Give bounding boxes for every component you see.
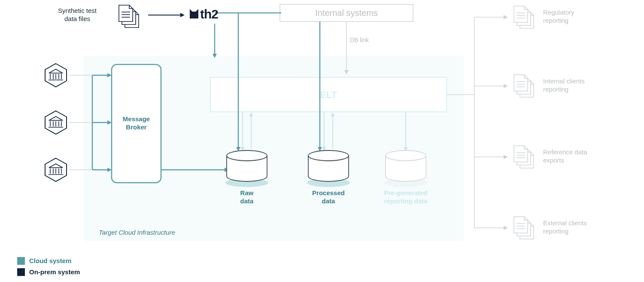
report-external-label: External clientsreporting [543,219,587,236]
report-external-icon [514,217,534,239]
report-internal-label: Internal clientsreporting [543,77,585,94]
th2-to-raw [213,24,217,58]
report-reference-label: Reference dataexports [543,148,587,165]
bank-icons [45,64,67,181]
target-cloud-label: Target Cloud Infrastructure [99,229,175,237]
synthetic-files-icon [119,5,139,28]
report-regulatory-icon [514,6,534,28]
pregen-data-label: Pre-generatedreporting data [376,189,436,205]
report-reference-icon [514,146,534,168]
internal-systems-label: Internal systems [280,8,413,18]
report-regulatory-label: Regulatoryreporting [543,9,574,25]
svg-marker-34 [180,13,185,17]
message-broker-label: MessageBroker [112,115,161,132]
svg-text:th2: th2 [200,7,218,21]
svg-point-42 [308,150,349,161]
legend-cloud-label: Cloud system [29,257,71,265]
bank-icon-1 [45,64,67,87]
report-file-icons [514,6,534,239]
raw-data-cylinder [225,150,268,187]
legend-cloud-swatch [17,257,25,265]
svg-marker-21 [504,226,508,230]
svg-point-40 [227,150,267,161]
processed-data-label: Processeddata [303,189,354,205]
diagram-canvas: th2 [0,0,644,282]
legend-onprem-label: On-prem system [29,268,80,276]
bank-icon-3 [45,158,67,181]
svg-marker-15 [504,15,508,19]
svg-marker-19 [504,155,508,159]
raw-data-label: Rawdata [225,189,268,205]
report-internal-icon [514,75,534,97]
bank-icon-2 [45,111,67,134]
db-link-label: DB link [350,37,369,44]
pregen-data-cylinder [384,150,427,187]
svg-marker-17 [504,84,508,88]
svg-point-44 [386,150,426,161]
legend-onprem-swatch [17,268,25,276]
th2-logo: th2 [190,7,218,21]
synthetic-label: Synthetic testdata files [43,7,112,23]
files-to-th2 [148,13,185,17]
elt-label: ELT [210,89,447,101]
processed-data-cylinder [307,150,350,187]
